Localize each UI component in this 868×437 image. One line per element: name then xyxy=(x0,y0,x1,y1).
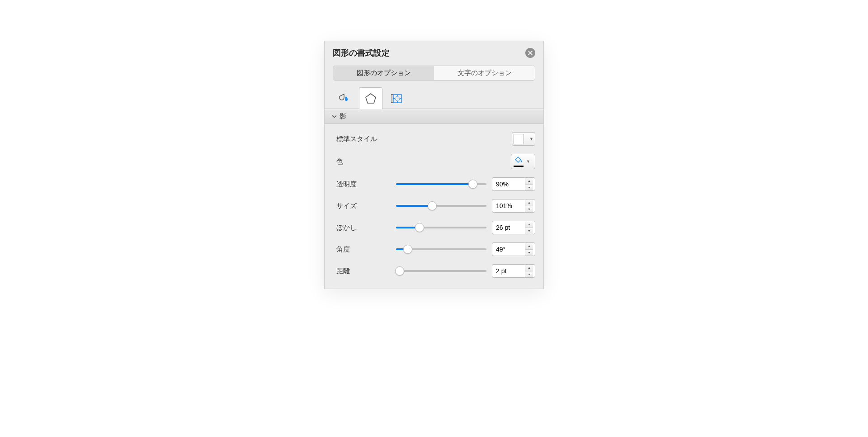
distance-down-button[interactable]: ▼ xyxy=(525,271,533,278)
row-preset-style: 標準スタイル ▼ xyxy=(336,132,535,146)
color-dropdown[interactable]: ▼ xyxy=(511,154,535,169)
tab-size-properties[interactable] xyxy=(385,87,409,109)
close-icon xyxy=(528,51,533,55)
panel-header: 図形の書式設定 xyxy=(325,41,543,66)
size-input[interactable] xyxy=(492,200,525,212)
angle-label: 角度 xyxy=(336,245,395,254)
panel-title: 図形の書式設定 xyxy=(333,48,390,58)
size-spinner: ▲ ▼ xyxy=(492,199,535,213)
angle-spinner: ▲ ▼ xyxy=(492,242,535,256)
close-button[interactable] xyxy=(525,48,535,58)
tab-fill-line[interactable] xyxy=(333,87,356,109)
distance-spinner: ▲ ▼ xyxy=(492,264,535,278)
chevron-down-icon xyxy=(332,114,337,119)
tab-effects[interactable] xyxy=(359,87,382,109)
row-distance: 距離 ▲ ▼ xyxy=(336,264,535,278)
distance-label: 距離 xyxy=(336,267,395,276)
size-up-button[interactable]: ▲ xyxy=(525,200,533,206)
preset-style-dropdown[interactable]: ▼ xyxy=(512,132,535,146)
transparency-slider[interactable] xyxy=(396,180,486,189)
section-shadow-header[interactable]: 影 xyxy=(325,109,543,124)
size-properties-icon xyxy=(390,92,404,105)
color-bar-icon xyxy=(514,166,524,167)
option-tabs: 図形のオプション 文字のオプション xyxy=(333,66,535,81)
preset-style-label: 標準スタイル xyxy=(336,135,395,143)
section-shadow-body: 標準スタイル ▼ 色 xyxy=(325,124,543,289)
style-swatch-icon xyxy=(514,134,524,144)
row-size: サイズ ▲ ▼ xyxy=(336,199,535,213)
tab-shape-options[interactable]: 図形のオプション xyxy=(333,66,434,80)
blur-slider[interactable] xyxy=(396,223,486,232)
row-angle: 角度 ▲ ▼ xyxy=(336,242,535,256)
chevron-down-icon: ▼ xyxy=(529,137,533,141)
transparency-up-button[interactable]: ▲ xyxy=(525,178,533,185)
transparency-label: 透明度 xyxy=(336,180,395,189)
size-down-button[interactable]: ▼ xyxy=(525,206,533,213)
blur-input[interactable] xyxy=(492,221,525,234)
paint-bucket-icon xyxy=(338,92,351,105)
distance-input[interactable] xyxy=(492,265,525,277)
angle-slider[interactable] xyxy=(396,245,486,254)
tab-text-options[interactable]: 文字のオプション xyxy=(434,66,535,80)
blur-label: ぼかし xyxy=(336,223,395,232)
icon-tabs xyxy=(325,87,543,109)
pentagon-icon xyxy=(364,92,377,105)
row-transparency: 透明度 ▲ ▼ xyxy=(336,177,535,191)
size-slider[interactable] xyxy=(396,201,486,210)
blur-spinner: ▲ ▼ xyxy=(492,221,535,234)
paint-bucket-icon xyxy=(514,157,523,165)
angle-input[interactable] xyxy=(492,243,525,256)
blur-up-button[interactable]: ▲ xyxy=(525,221,533,228)
transparency-down-button[interactable]: ▼ xyxy=(525,185,533,191)
angle-up-button[interactable]: ▲ xyxy=(525,243,533,250)
section-shadow-label: 影 xyxy=(340,112,346,121)
row-blur: ぼかし ▲ ▼ xyxy=(336,221,535,234)
distance-slider[interactable] xyxy=(396,266,486,276)
blur-down-button[interactable]: ▼ xyxy=(525,228,533,234)
transparency-spinner: ▲ ▼ xyxy=(492,177,535,191)
transparency-input[interactable] xyxy=(492,178,525,190)
size-label: サイズ xyxy=(336,202,395,210)
chevron-down-icon: ▼ xyxy=(526,159,530,164)
distance-up-button[interactable]: ▲ xyxy=(525,265,533,271)
format-shape-panel: 図形の書式設定 図形のオプション 文字のオプション xyxy=(324,41,544,289)
color-label: 色 xyxy=(336,157,395,166)
row-color: 色 ▼ xyxy=(336,154,535,169)
angle-down-button[interactable]: ▼ xyxy=(525,250,533,256)
